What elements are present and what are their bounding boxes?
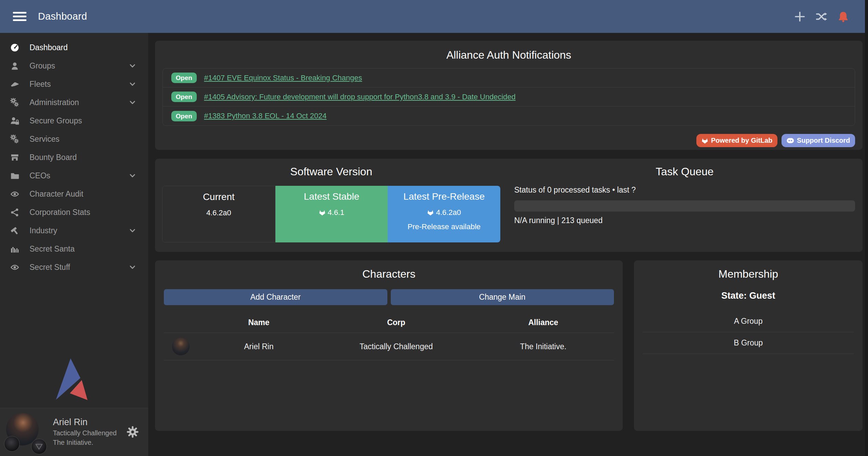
status-badge: Open <box>171 92 197 102</box>
alliance-logo-badge <box>31 439 47 454</box>
character-alliance-cell: The Initiative. <box>472 333 614 360</box>
task-queue-progress-bar <box>514 200 855 212</box>
user-name: Ariel Rin <box>53 417 127 428</box>
notification-row: Open #1383 Python 3.8 EOL - 14 Oct 2024 <box>163 106 855 125</box>
page-title: Dashboard <box>38 11 87 22</box>
version-box-current: Current 4.6.2a0 <box>162 186 275 242</box>
scrollbar[interactable] <box>865 0 868 456</box>
gauge-icon <box>10 43 19 52</box>
corp-logo-badge <box>4 436 20 452</box>
discord-icon <box>787 138 794 144</box>
bell-icon[interactable] <box>837 11 849 22</box>
sidebar-item-industry[interactable]: Industry <box>0 221 148 240</box>
sidebar-item-ceos[interactable]: CEOs <box>0 166 148 185</box>
sidebar-item-administration[interactable]: Administration <box>0 93 148 112</box>
sidebar-item-secure-groups[interactable]: Secure Groups <box>0 112 148 130</box>
notifications-title: Alliance Auth Notifications <box>162 49 855 61</box>
gitlab-icon <box>319 209 326 216</box>
user-panel: Ariel Rin Tactically Challenged The Init… <box>0 408 148 456</box>
sidebar-item-bounty-board[interactable]: Bounty Board <box>0 148 148 166</box>
task-queue-title: Task Queue <box>514 165 855 178</box>
chevron-down-icon <box>128 80 137 88</box>
task-queue-section: Task Queue Status of 0 processed tasks •… <box>507 159 863 252</box>
character-corp-cell: Tactically Challenged <box>320 333 472 360</box>
table-row: Ariel Rin Tactically Challenged The Init… <box>164 333 614 360</box>
characters-table: Name Corp Alliance Ariel Rin Tactically … <box>164 314 614 360</box>
list-item: A Group <box>643 311 854 332</box>
notification-link[interactable]: #1383 Python 3.8 EOL - 14 Oct 2024 <box>204 112 327 120</box>
fighter-icon <box>10 80 19 89</box>
add-character-button[interactable]: Add Character <box>164 289 387 305</box>
chevron-down-icon <box>128 226 137 235</box>
notifications-panel: Alliance Auth Notifications Open #1407 E… <box>155 41 863 150</box>
task-queue-counts: N/A running | 213 queued <box>514 216 855 225</box>
top-navbar: Dashboard <box>0 0 868 33</box>
sidebar-item-character-audit[interactable]: Character Audit <box>0 185 148 203</box>
hammer-icon <box>10 226 19 235</box>
list-item: B Group <box>643 332 854 354</box>
column-header-corp: Corp <box>320 314 472 333</box>
membership-panel: Membership State: Guest A Group B Group <box>634 260 863 431</box>
support-discord-badge[interactable]: Support Discord <box>782 134 855 147</box>
version-box-latest-prerelease: Latest Pre-Release 4.6.2a0 Pre-Release a… <box>388 186 500 242</box>
software-taskqueue-panel: Software Version Current 4.6.2a0 Latest … <box>155 159 863 252</box>
eye-icon <box>10 190 19 199</box>
user-alliance: The Initiative. <box>53 439 127 447</box>
shuffle-icon[interactable] <box>816 11 827 22</box>
user-lock-icon <box>10 116 19 125</box>
user-avatar <box>6 413 45 451</box>
sidebar-item-groups[interactable]: Groups <box>0 57 148 75</box>
change-main-button[interactable]: Change Main <box>391 289 614 305</box>
sidebar: Dashboard Groups Fleets Administration S… <box>0 33 148 456</box>
plus-icon[interactable] <box>794 11 806 22</box>
notification-link[interactable]: #1405 Advisory: Future development will … <box>204 93 516 101</box>
chevron-down-icon <box>128 62 137 70</box>
status-badge: Open <box>171 111 197 121</box>
sidebar-item-corporation-stats[interactable]: Corporation Stats <box>0 203 148 221</box>
status-badge: Open <box>171 73 197 83</box>
chevron-down-icon <box>128 98 137 107</box>
gitlab-icon <box>427 209 434 216</box>
shop-icon <box>10 153 19 162</box>
gifts-icon <box>10 244 19 254</box>
main-content: Alliance Auth Notifications Open #1407 E… <box>148 33 868 456</box>
sidebar-item-secret-stuff[interactable]: Secret Stuff <box>0 258 148 276</box>
column-header-alliance: Alliance <box>472 314 614 333</box>
sidebar-item-dashboard[interactable]: Dashboard <box>0 38 148 57</box>
characters-title: Characters <box>164 268 614 280</box>
chevron-down-icon <box>128 263 137 272</box>
sidebar-item-fleets[interactable]: Fleets <box>0 75 148 93</box>
gitlab-icon <box>701 137 708 144</box>
powered-by-gitlab-badge[interactable]: Powered by GitLab <box>696 134 777 147</box>
folder-icon <box>10 171 19 180</box>
user-corp: Tactically Challenged <box>53 429 127 437</box>
hamburger-menu-icon[interactable] <box>13 12 26 21</box>
characters-panel: Characters Add Character Change Main Nam… <box>155 260 623 431</box>
gears-icon <box>10 98 19 107</box>
character-name-cell: Ariel Rin <box>198 333 320 360</box>
sidebar-item-services[interactable]: Services <box>0 130 148 148</box>
alliance-auth-logo <box>54 357 95 401</box>
settings-gear-icon[interactable] <box>127 426 139 438</box>
version-box-latest-stable: Latest Stable 4.6.1 <box>275 186 388 242</box>
membership-state: State: Guest <box>643 291 854 301</box>
eye-icon <box>10 263 19 272</box>
character-portrait <box>172 338 190 355</box>
sidebar-item-secret-santa[interactable]: Secret Santa <box>0 240 148 258</box>
software-version-title: Software Version <box>162 165 500 178</box>
notification-row: Open #1405 Advisory: Future development … <box>163 87 855 106</box>
notification-row: Open #1407 EVE Equinox Status - Breaking… <box>163 68 855 87</box>
membership-title: Membership <box>643 268 854 280</box>
column-header-portrait <box>164 314 198 333</box>
group-list: A Group B Group <box>643 311 854 354</box>
notification-link[interactable]: #1407 EVE Equinox Status - Breaking Chan… <box>204 74 362 82</box>
task-queue-status: Status of 0 processed tasks • last ? <box>514 185 855 195</box>
share-icon <box>10 208 19 217</box>
gears-icon <box>10 135 19 144</box>
notifications-list: Open #1407 EVE Equinox Status - Breaking… <box>162 68 855 126</box>
user-icon <box>10 61 19 71</box>
column-header-name: Name <box>198 314 320 333</box>
software-version-section: Software Version Current 4.6.2a0 Latest … <box>155 159 507 252</box>
chevron-down-icon <box>128 172 137 180</box>
